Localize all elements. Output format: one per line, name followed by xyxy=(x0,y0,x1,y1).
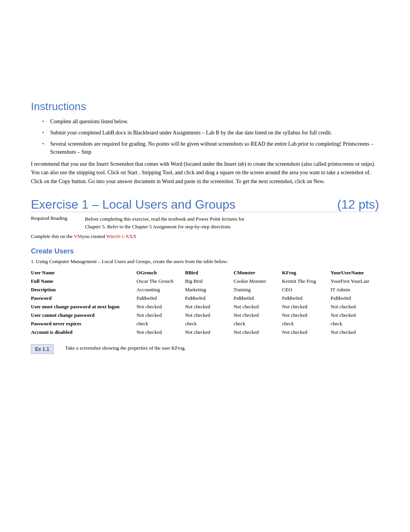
table-cell: Not checked xyxy=(234,328,282,337)
required-reading-block: Required Reading Before completing this … xyxy=(31,215,379,230)
table-cell: Not checked xyxy=(137,311,185,320)
users-table: User NameOGrouchBBirdCMonsterKFrogYourUs… xyxy=(31,269,379,337)
table-cell: Not checked xyxy=(234,311,282,320)
table-row-label: Password never expires xyxy=(31,320,137,328)
ex-text: Take a screenshot showing the properties… xyxy=(65,344,186,352)
exercise-header: Exercise 1 – Local Users and Groups (12 … xyxy=(31,197,379,212)
create-users-instruction: 1. Using Computer Management – Local Use… xyxy=(31,258,379,265)
table-cell: Not checked xyxy=(185,328,234,337)
table-row-label: Password xyxy=(31,294,137,303)
exercise-points: (12 pts) xyxy=(337,197,379,212)
table-cell: IT Admin xyxy=(330,286,379,294)
table-cell: Pa$$w0rd xyxy=(330,294,379,303)
table-cell: Not checked xyxy=(330,311,379,320)
table-header-cmonster: CMonster xyxy=(234,269,282,277)
table-cell: YourFirst YourLast xyxy=(330,277,379,286)
table-row: User must change password at next logonN… xyxy=(31,303,379,311)
table-row: DescriptionAccountingMarketingTrainingCE… xyxy=(31,286,379,294)
table-cell: Not checked xyxy=(185,311,234,320)
bullet-item-1: Complete all questions listed below. xyxy=(42,117,379,126)
table-header-bbird: BBird xyxy=(185,269,234,277)
bullet-item-3: Several screenshots are required for gra… xyxy=(42,140,379,156)
table-row: Account is disabledNot checkedNot checke… xyxy=(31,328,379,337)
required-reading-text: Before completing this exercise, read th… xyxy=(85,215,244,230)
table-row-label: User cannot change password xyxy=(31,311,137,320)
table-row-label: Description xyxy=(31,286,137,294)
exercise-box: Ex 1.1 Take a screenshot showing the pro… xyxy=(31,344,379,354)
required-reading-label: Required Reading xyxy=(31,215,77,230)
table-cell: check xyxy=(137,320,185,328)
table-cell: Not checked xyxy=(185,303,234,311)
bullet-item-2: Submit your completed LabB.docx in Black… xyxy=(42,129,379,137)
table-cell: Training xyxy=(234,286,282,294)
table-header-kfrog: KFrog xyxy=(282,269,331,277)
exercise1-section: Exercise 1 – Local Users and Groups (12 … xyxy=(31,197,379,354)
table-cell: Pa$$w0rd xyxy=(234,294,282,303)
table-cell: Accounting xyxy=(137,286,185,294)
table-cell: Pa$$w0rd xyxy=(137,294,185,303)
table-cell: Cookie Monster xyxy=(234,277,282,286)
table-cell: Kermit The Frog xyxy=(282,277,331,286)
table-cell: Not checked xyxy=(282,311,331,320)
instructions-list: Complete all questions listed below. Sub… xyxy=(31,117,379,156)
table-cell: CEO xyxy=(282,286,331,294)
table-row: User cannot change passwordNot checkedNo… xyxy=(31,311,379,320)
table-cell: Not checked xyxy=(137,303,185,311)
table-row: PasswordPa$$w0rdPa$$w0rdPa$$w0rdPa$$w0rd… xyxy=(31,294,379,303)
table-cell: Not checked xyxy=(137,328,185,337)
instructions-heading: Instructions xyxy=(31,100,379,113)
table-cell: Not checked xyxy=(234,303,282,311)
table-header-label: User Name xyxy=(31,269,137,277)
table-cell: Big Bird xyxy=(185,277,234,286)
table-row-label: Full Name xyxy=(31,277,137,286)
table-cell: Not checked xyxy=(282,328,331,337)
table-cell: Pa$$w0rd xyxy=(282,294,331,303)
vm-highlight1: VM xyxy=(74,233,82,239)
exercise-title: Exercise 1 – Local Users and Groups xyxy=(31,197,235,212)
table-cell: check xyxy=(282,320,331,328)
instructions-body: I recommend that you use the Insert Scre… xyxy=(31,160,379,186)
table-header-yourusername: YourUserName xyxy=(330,269,379,277)
instructions-section: Instructions Complete all questions list… xyxy=(31,100,379,186)
table-cell: Not checked xyxy=(282,303,331,311)
table-cell: check xyxy=(185,320,234,328)
table-cell: Marketing xyxy=(185,286,234,294)
ex-label: Ex 1.1 xyxy=(31,344,54,354)
table-row: Password never expirescheckcheckcheckche… xyxy=(31,320,379,328)
table-header-ogrouch: OGrouch xyxy=(137,269,185,277)
table-cell: Oscar The Grouch xyxy=(137,277,185,286)
table-row: Full NameOscar The GrouchBig BirdCookie … xyxy=(31,277,379,286)
table-row-label: User must change password at next logon xyxy=(31,303,137,311)
table-cell: check xyxy=(330,320,379,328)
vm-line: Complete this on the VMyou created Win10… xyxy=(31,233,379,240)
table-row-label: Account is disabled xyxy=(31,328,137,337)
vm-highlight2: Win10-1-XXX xyxy=(106,233,136,239)
table-cell: Pa$$w0rd xyxy=(185,294,234,303)
table-cell: Not checked xyxy=(330,303,379,311)
table-cell: Not checked xyxy=(330,328,379,337)
create-users-heading: Create Users xyxy=(31,247,379,255)
table-cell: check xyxy=(234,320,282,328)
